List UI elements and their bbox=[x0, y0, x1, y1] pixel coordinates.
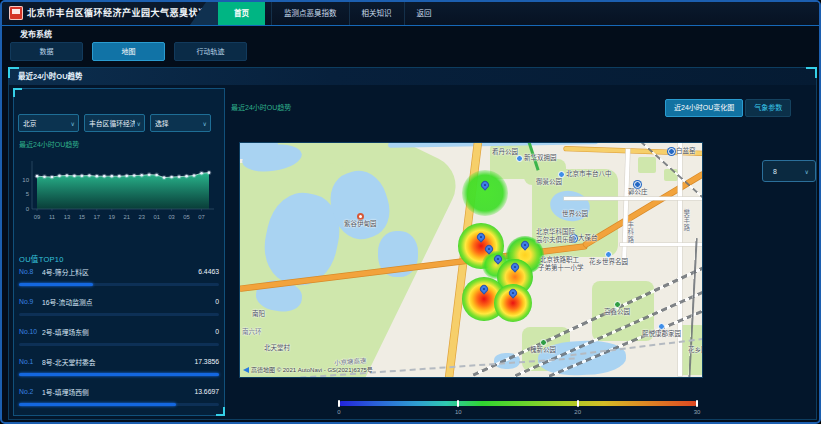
top10-value: 13.6697 bbox=[194, 388, 219, 395]
svg-text:15: 15 bbox=[79, 214, 85, 220]
top10-value: 6.4463 bbox=[198, 268, 219, 275]
svg-text:10: 10 bbox=[22, 177, 29, 183]
svg-text:09: 09 bbox=[34, 214, 40, 220]
svg-text:05: 05 bbox=[183, 214, 189, 220]
map-label: 南阳 bbox=[252, 311, 265, 318]
legend-tick-mark bbox=[696, 400, 698, 407]
top10-item: No.916号-流动监测点0 bbox=[19, 295, 219, 325]
legend-tick-mark bbox=[577, 400, 579, 407]
water-area bbox=[239, 142, 278, 159]
map-label: 北京华科国际 bbox=[536, 229, 575, 236]
main-nav: 首页监测点恶臭指数相关知识返回 bbox=[218, 2, 444, 25]
nav-item-2[interactable]: 监测点恶臭指数 bbox=[271, 2, 349, 25]
tab-2[interactable]: 地图 bbox=[92, 42, 165, 61]
top10-item: No.102号-填埋场东侧0 bbox=[19, 325, 219, 355]
station-number-select[interactable]: 8 ∨ bbox=[762, 160, 816, 182]
map-label: 御景公园 bbox=[536, 179, 562, 186]
legend-tick-label: 20 bbox=[574, 409, 581, 415]
metro-poi-icon bbox=[634, 181, 641, 188]
park-poi-icon bbox=[540, 339, 547, 346]
road-line bbox=[622, 149, 630, 264]
top10-title: OU值TOP10 bbox=[19, 253, 64, 264]
trend-chart-svg: 0510091113151719212301030507 bbox=[14, 151, 224, 233]
map-label: 看丹公园 bbox=[492, 149, 518, 156]
blue-poi-icon bbox=[605, 251, 612, 258]
header-bar: 北京市丰台区循环经济产业园大气恶臭状况实时 首页监测点恶臭指数相关知识返回 bbox=[2, 2, 819, 26]
view-tabs: 数据地图行动轨迹 bbox=[10, 42, 247, 61]
nav-item-3[interactable]: 相关知识 bbox=[349, 2, 404, 25]
top10-list: No.84号-筛分上料区6.4463No.916号-流动监测点0No.102号-… bbox=[19, 265, 219, 415]
svg-text:07: 07 bbox=[198, 214, 204, 220]
map-attribution: 高德地图 © 2021 AutoNavi - GS(2021)6375号 bbox=[243, 365, 373, 374]
ou-legend-labels: 0102030 bbox=[339, 409, 697, 417]
map-label: 紫谷伊甸园 bbox=[344, 213, 377, 228]
svg-text:0: 0 bbox=[26, 206, 30, 212]
nav-item-4[interactable]: 返回 bbox=[404, 2, 444, 25]
park-area bbox=[638, 157, 656, 173]
top10-value: 17.3856 bbox=[194, 358, 219, 365]
svg-text:11: 11 bbox=[49, 214, 55, 220]
chevron-down-icon: ∨ bbox=[805, 168, 815, 175]
map-label: 白盆窑 bbox=[668, 148, 696, 155]
map-label: 子弟第十一小学 bbox=[538, 265, 584, 272]
top10-value: 0 bbox=[215, 328, 219, 335]
city-select-value: 北京 bbox=[19, 118, 37, 128]
top10-item: No.84号-筛分上料区6.4463 bbox=[19, 265, 219, 295]
filter-row: 北京 ∨ 丰台区循环经济产 ∨ 选择 ∨ bbox=[18, 114, 211, 132]
park-select[interactable]: 丰台区循环经济产 ∨ bbox=[84, 114, 145, 132]
map-label: 花乡世界名园 bbox=[589, 251, 628, 266]
map-label: 北天堂村 bbox=[264, 345, 290, 352]
amap-logo-icon bbox=[243, 367, 249, 373]
map-label: 郭公庄 bbox=[628, 181, 648, 196]
top10-site-name: 16号-流动监测点 bbox=[42, 297, 215, 307]
panel-title: 最近24小时OU趋势 bbox=[9, 68, 816, 85]
nav-item-1[interactable]: 首页 bbox=[218, 2, 265, 25]
tab-1[interactable]: 数据 bbox=[10, 42, 83, 61]
top10-site-name: 8号-北天堂村委会 bbox=[42, 357, 194, 367]
site-select[interactable]: 选择 ∨ bbox=[150, 114, 211, 132]
top10-bar-track bbox=[19, 403, 219, 406]
site-select-value: 选择 bbox=[151, 118, 169, 128]
blue-poi-icon bbox=[558, 171, 565, 178]
top10-item: No.18号-北天堂村委会17.3856 bbox=[19, 355, 219, 385]
map-subtitle: 最近24小时OU趋势 bbox=[231, 102, 291, 112]
svg-text:19: 19 bbox=[109, 214, 115, 220]
city-select[interactable]: 北京 ∨ bbox=[18, 114, 79, 132]
top10-bar-track bbox=[19, 343, 219, 346]
main-panel: 最近24小时OU趋势 北京 ∨ 丰台区循环经济产 ∨ 选择 ∨ 最近24小时OU… bbox=[8, 67, 817, 420]
top10-bar-track bbox=[19, 313, 219, 316]
legend-tick-label: 0 bbox=[337, 409, 340, 415]
top10-bar-track bbox=[19, 373, 219, 376]
publish-system-label: 发布系统 bbox=[20, 28, 52, 39]
park-select-value: 丰台区循环经济产 bbox=[85, 118, 135, 128]
top10-rank: No.9 bbox=[19, 298, 42, 305]
ou-color-legend bbox=[339, 401, 697, 406]
legend-tick-label: 10 bbox=[455, 409, 462, 415]
map-label: 北京市丰台八中 bbox=[558, 171, 612, 178]
top10-site-name: 2号-填埋场东侧 bbox=[42, 327, 215, 337]
metro-poi-icon bbox=[668, 148, 675, 155]
svg-text:03: 03 bbox=[168, 214, 174, 220]
top10-value: 0 bbox=[215, 298, 219, 305]
trend-chart: 0510091113151719212301030507 bbox=[14, 151, 224, 233]
park-poi-icon bbox=[614, 301, 621, 308]
svg-text:23: 23 bbox=[138, 214, 144, 220]
map-button-1[interactable]: 近24小时OU变化图 bbox=[665, 99, 743, 117]
top10-site-name: 4号-筛分上料区 bbox=[42, 267, 198, 277]
map-label: 北京铁路职工 bbox=[540, 257, 579, 264]
map-label: 樊羊路 bbox=[682, 209, 689, 232]
legend-tick-mark bbox=[457, 400, 459, 407]
map-canvas[interactable]: 看丹公园新华双拥园御景公园世界公园北京市丰台八中郭公庄白盆窑大葆台北京华科国际高… bbox=[239, 142, 703, 378]
blue-poi-icon bbox=[516, 155, 523, 162]
legend-tick-label: 30 bbox=[694, 409, 701, 415]
map-button-2[interactable]: 气象参数 bbox=[745, 99, 791, 117]
left-panel: 北京 ∨ 丰台区循环经济产 ∨ 选择 ∨ 最近24小时OU趋势 bbox=[13, 88, 225, 416]
scenic-poi-icon bbox=[357, 213, 364, 220]
map-label: 熙悦康郡家园 bbox=[642, 323, 681, 338]
top10-site-name: 1号-填埋场西侧 bbox=[42, 387, 194, 397]
legend-tick-mark bbox=[338, 400, 340, 407]
top10-bar-track bbox=[19, 283, 219, 286]
tab-3[interactable]: 行动轨迹 bbox=[174, 42, 247, 61]
station-number-value: 8 bbox=[763, 168, 777, 175]
chevron-down-icon: ∨ bbox=[137, 120, 144, 127]
